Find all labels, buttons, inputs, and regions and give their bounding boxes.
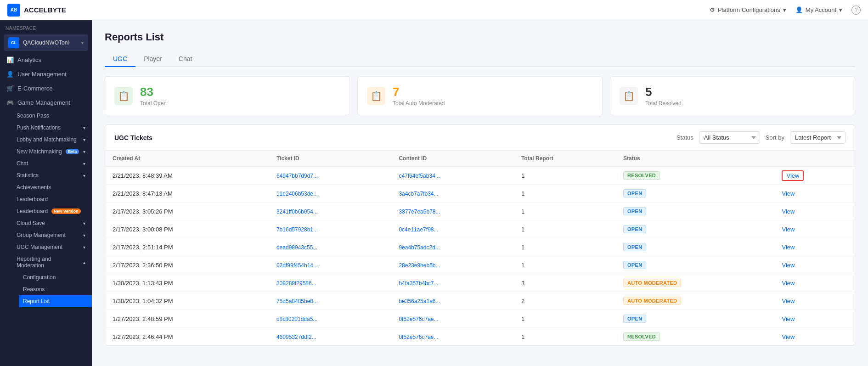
status-filter-select[interactable]: All Status Open Resolved Auto Moderated <box>699 131 760 144</box>
cell-action: View <box>774 256 855 274</box>
analytics-icon: 📊 <box>6 56 14 63</box>
sidebar-item-ecommerce[interactable]: 🛒 E-Commerce <box>0 81 92 96</box>
cell-status: AUTO MODERATED <box>616 274 774 292</box>
help-button[interactable]: ? <box>851 6 861 15</box>
sidebar-item-label: Configuration <box>23 274 56 281</box>
cell-created-at: 1/30/2023, 1:13:43 PM <box>105 274 269 292</box>
chevron-down-icon: ▾ <box>783 6 786 13</box>
view-link[interactable]: View <box>782 315 795 322</box>
sidebar-item-game-management[interactable]: 🎮 Game Management <box>0 96 92 110</box>
table-row: 2/21/2023, 8:47:13 AM 11e2406b53de... 3a… <box>105 185 855 203</box>
sidebar-item-achievements[interactable]: Achievements <box>13 181 92 193</box>
sidebar-item-push-notifications[interactable]: Push Notifications ▾ <box>13 122 92 134</box>
table-controls: Status All Status Open Resolved Auto Mod… <box>676 131 845 144</box>
sidebar-item-configuration[interactable]: Configuration <box>19 271 92 283</box>
cell-total-report: 1 <box>514 256 616 274</box>
logo-icon: AB <box>7 4 20 17</box>
view-link[interactable]: View <box>782 280 795 287</box>
table-row: 1/27/2023, 2:48:59 PM d8c80201dda5... 0f… <box>105 310 855 328</box>
cell-content-id: c47f64ef5ab34... <box>391 167 513 185</box>
sidebar-item-leaderboard-new[interactable]: Leaderboard New Version <box>13 205 92 217</box>
table-row: 2/17/2023, 2:36:50 PM 02df99f454b14... 2… <box>105 256 855 274</box>
sidebar-item-label: Chat <box>17 160 28 167</box>
auto-mod-stat-label: Total Auto Moderated <box>393 100 445 107</box>
sidebar-item-group-management[interactable]: Group Management ▾ <box>13 229 92 241</box>
sidebar-item-label: Group Management <box>17 232 66 238</box>
col-created-at: Created At <box>105 151 269 167</box>
cell-status: OPEN <box>616 203 774 220</box>
table-row: 2/21/2023, 8:48:39 AM 64947bb7d9d7... c4… <box>105 167 855 185</box>
auto-mod-stat-icon: 📋 <box>367 87 385 105</box>
cell-created-at: 2/21/2023, 8:47:13 AM <box>105 185 269 203</box>
sidebar-item-new-matchmaking[interactable]: New Matchmaking Beta ▾ <box>13 146 92 158</box>
cell-action: View <box>774 185 855 203</box>
cell-created-at: 2/17/2023, 2:51:14 PM <box>105 238 269 256</box>
sort-by-select[interactable]: Latest Report Oldest Report <box>790 131 845 144</box>
platform-config-label: Platform Configurations <box>718 6 780 13</box>
sidebar-item-label: User Management <box>17 71 67 78</box>
platform-config-button[interactable]: ⚙ Platform Configurations ▾ <box>710 6 786 13</box>
col-total-report: Total Report <box>514 151 616 167</box>
namespace-name: QACloudNWOToni <box>23 39 78 46</box>
cell-ticket-id: 75d5a0485be0... <box>269 292 391 310</box>
cell-ticket-id: 7b16d57928b1... <box>269 220 391 238</box>
namespace-chevron-icon: ▾ <box>81 40 84 45</box>
my-account-button[interactable]: 👤 My Account ▾ <box>795 6 842 13</box>
namespace-selector[interactable]: CL QACloudNWOToni ▾ <box>4 34 88 51</box>
open-stat-value: 83 <box>140 85 167 99</box>
sidebar-item-lobby-matchmaking[interactable]: Lobby and Matchmaking ▾ <box>13 134 92 146</box>
sidebar-item-ugc-management[interactable]: UGC Management ▾ <box>13 241 92 253</box>
sidebar-item-label: Reporting and Moderation <box>17 256 79 269</box>
table-header: UGC Tickets Status All Status Open Resol… <box>105 125 855 151</box>
sidebar-item-chat[interactable]: Chat ▾ <box>13 158 92 169</box>
tab-ugc[interactable]: UGC <box>105 51 135 67</box>
view-link[interactable]: View <box>782 226 795 233</box>
sidebar-item-leaderboard[interactable]: Leaderboard <box>13 193 92 205</box>
cell-content-id: 0f52e576c7ae... <box>391 310 513 328</box>
user-management-icon: 👤 <box>6 71 14 78</box>
sidebar-item-season-pass[interactable]: Season Pass <box>13 110 92 122</box>
sidebar-item-reasons[interactable]: Reasons <box>19 283 92 295</box>
view-link[interactable]: View <box>782 190 795 197</box>
cell-ticket-id: 3241ff0b6b054... <box>269 203 391 220</box>
view-link[interactable]: View <box>782 170 804 181</box>
view-link[interactable]: View <box>782 262 795 269</box>
sidebar-item-label: Cloud Save <box>17 220 45 226</box>
stat-card-open: 📋 83 Total Open <box>105 76 350 115</box>
sidebar-item-analytics[interactable]: 📊 Analytics <box>0 53 92 67</box>
cell-status: AUTO MODERATED <box>616 292 774 310</box>
cell-total-report: 1 <box>514 310 616 328</box>
sidebar-item-label: Leaderboard <box>17 196 48 203</box>
cell-total-report: 1 <box>514 238 616 256</box>
sidebar-item-statistics[interactable]: Statistics ▾ <box>13 169 92 181</box>
sidebar-item-report-list[interactable]: Report List <box>19 295 92 307</box>
tab-player[interactable]: Player <box>135 51 170 67</box>
view-link[interactable]: View <box>782 298 795 304</box>
cell-total-report: 2 <box>514 292 616 310</box>
page-title: Reports List <box>105 31 855 43</box>
tab-chat[interactable]: Chat <box>170 51 201 67</box>
table-header-row: Created At Ticket ID Content ID Total Re… <box>105 151 855 167</box>
sidebar-item-reporting-moderation[interactable]: Reporting and Moderation ▴ <box>13 253 92 271</box>
chevron-icon: ▾ <box>83 173 85 178</box>
sort-by-label: Sort by <box>766 134 784 141</box>
sidebar-item-label: Game Management <box>17 99 70 106</box>
ugc-tickets-table: Created At Ticket ID Content ID Total Re… <box>105 151 855 345</box>
view-link[interactable]: View <box>782 208 795 215</box>
status-filter-label: Status <box>676 134 693 141</box>
view-link[interactable]: View <box>782 244 795 251</box>
sidebar: NAMESPACE CL QACloudNWOToni ▾ 📊 Analytic… <box>0 20 92 366</box>
cell-total-report: 1 <box>514 167 616 185</box>
cell-action: View <box>774 328 855 346</box>
game-management-submenu: Season Pass Push Notifications ▾ Lobby a… <box>0 110 92 307</box>
game-management-icon: 🎮 <box>6 99 14 106</box>
cell-ticket-id: 46095327ddf2... <box>269 328 391 346</box>
cell-created-at: 2/17/2023, 2:36:50 PM <box>105 256 269 274</box>
sidebar-item-user-management[interactable]: 👤 User Management <box>0 67 92 81</box>
cell-action: View <box>774 292 855 310</box>
cell-action: View <box>774 310 855 328</box>
sidebar-item-cloud-save[interactable]: Cloud Save ▾ <box>13 217 92 229</box>
chevron-icon: ▴ <box>83 260 85 265</box>
view-link[interactable]: View <box>782 333 795 340</box>
cell-status: OPEN <box>616 185 774 203</box>
